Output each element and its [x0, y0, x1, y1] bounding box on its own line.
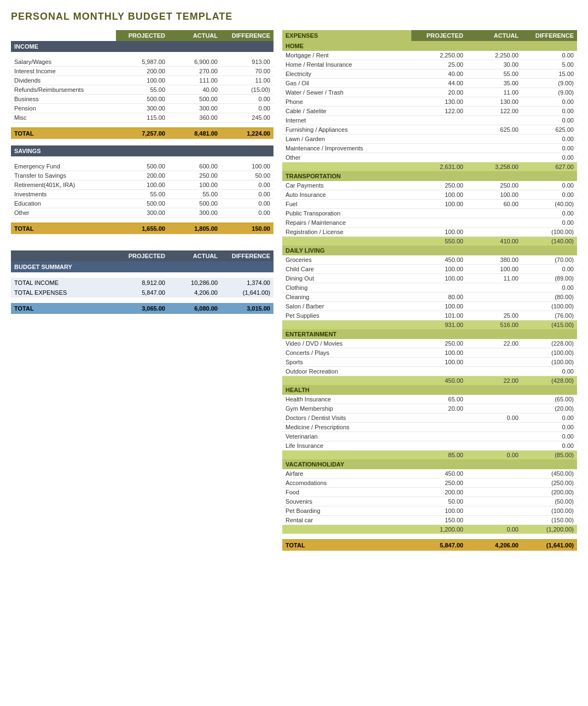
expenses-table: EXPENSES PROJECTED ACTUAL DIFFERENCE HOM…: [282, 30, 577, 551]
summary-difference-header: DIFFERENCE: [221, 250, 273, 261]
expenses-projected-header: PROJECTED: [411, 30, 467, 41]
ent-row-concerts: Concerts / Plays100.00(100.00): [282, 348, 577, 358]
home-row-internet: Internet0.00: [282, 116, 577, 125]
summary-projected-header: PROJECTED: [116, 250, 168, 261]
daily-row-clothing: Clothing0.00: [282, 283, 577, 293]
savings-row-emergency: Emergency Fund 500.00 600.00 100.00: [11, 162, 273, 171]
savings-table: SAVINGS Emergency Fund 500.00 600.00 100…: [11, 145, 273, 234]
home-row-gas: Gas / Oil44.0035.00(9.00): [282, 79, 577, 88]
savings-row-education: Education 500.00 500.00 0.00: [11, 199, 273, 208]
vac-row-airfare: Airfare450.00(450.00): [282, 469, 577, 479]
summary-total-expenses-row: TOTAL EXPENSES 5,847.00 4,206.00 (1,641.…: [11, 288, 273, 297]
savings-row-other: Other 300.00 300.00 0.00: [11, 208, 273, 218]
vacation-subtotal-row: 1,200.000.00(1,200.00): [282, 525, 577, 534]
daily-living-subtotal-row: 931.00516.00(415.00): [282, 320, 577, 330]
ent-row-video: Video / DVD / Movies250.0022.00(228.00): [282, 339, 577, 348]
daily-row-salon: Salon / Barber100.00(100.00): [282, 302, 577, 311]
home-row-other: Other0.00: [282, 153, 577, 162]
income-section-label: INCOME: [11, 41, 273, 52]
vac-row-souvenirs: Souvenirs50.00(50.00): [282, 497, 577, 506]
health-row-life-ins: Life Insurance0.00: [282, 441, 577, 451]
income-table: PROJECTED ACTUAL DIFFERENCE INCOME Salar…: [11, 30, 273, 139]
expenses-actual-header: ACTUAL: [467, 30, 522, 41]
vac-row-rental-car: Rental car150.00(150.00): [282, 516, 577, 525]
income-row-refunds: Refunds/Reimbursements 55.00 40.00 (15.0…: [11, 85, 273, 95]
health-subtotal-row: 85.000.00(85.00): [282, 451, 577, 460]
entertainment-subtotal-row: 450.0022.00(428.00): [282, 376, 577, 386]
income-row-interest: Interest Income 200.00 270.00 70.00: [11, 67, 273, 76]
daily-row-pet-supplies: Pet Supplies101.0025.00(76.00): [282, 311, 577, 320]
transport-row-car: Car Payments250.00250.000.00: [282, 181, 577, 190]
home-row-electricity: Electricity40.0055.0015.00: [282, 69, 577, 79]
income-empty-header: [11, 30, 116, 41]
ent-row-sports: Sports100.00(100.00): [282, 358, 577, 367]
income-actual-header: ACTUAL: [168, 30, 221, 41]
savings-row-investments: Investments 55.00 55.00 0.00: [11, 190, 273, 199]
transport-row-registration: Registration / License100.00(100.00): [282, 227, 577, 237]
summary-total-income-row: TOTAL INCOME 8,912.00 10,286.00 1,374.00: [11, 278, 273, 288]
transport-row-fuel: Fuel100.0060.00(40.00): [282, 200, 577, 209]
home-subtotal-row: 2,631.003,258.00627.00: [282, 162, 577, 172]
daily-row-cleaning: Cleaning80.00(80.00): [282, 293, 577, 302]
transportation-section-label: TRANSPORTATION: [282, 171, 577, 181]
health-row-insurance: Health Insurance65.00(65.00): [282, 395, 577, 404]
savings-total-row: TOTAL 1,655.00 1,805.00 150.00: [11, 223, 273, 235]
ent-row-outdoor: Outdoor Recreation0.00: [282, 367, 577, 376]
daily-row-childcare: Child Care100.00100.000.00: [282, 265, 577, 274]
home-row-furnishing: Furnishing / Appliances625.00625.00: [282, 125, 577, 135]
vac-row-accomodations: Accomodations250.00(250.00): [282, 479, 577, 488]
vac-row-food: Food200.00(200.00): [282, 488, 577, 497]
home-row-cable: Cable / Satelite122.00122.000.00: [282, 107, 577, 116]
daily-living-section-label: DAILY LIVING: [282, 246, 577, 255]
health-row-doctors: Doctors / Dentist Visits0.000.00: [282, 413, 577, 423]
page-title: PERSONAL MONTHLY BUDGET TEMPLATE: [11, 11, 577, 22]
home-row-insurance: Home / Rental Insurance25.0030.005.00: [282, 60, 577, 69]
entertainment-section-label: ENTERTAINMENT: [282, 329, 577, 339]
budget-summary-label: BUDGET SUMMARY: [11, 261, 273, 272]
expenses-total-row: TOTAL 5,847.00 4,206.00 (1,641.00): [282, 539, 577, 551]
home-section-label: HOME: [282, 41, 577, 51]
savings-row-retirement: Retirement(401K, IRA) 100.00 100.00 0.00: [11, 180, 273, 190]
daily-row-groceries: Groceries450.00380.00(70.00): [282, 255, 577, 265]
income-row-dividends: Dividends 100.00 111.00 11.00: [11, 76, 273, 85]
home-row-water: Water / Sewer / Trash20.0011.00(9.00): [282, 88, 577, 97]
summary-actual-header: ACTUAL: [168, 250, 221, 261]
right-panel: EXPENSES PROJECTED ACTUAL DIFFERENCE HOM…: [282, 30, 577, 551]
daily-row-dining: Dining Out100.0011.00(89.00): [282, 274, 577, 283]
income-row-pension: Pension 300.00 300.00 0.00: [11, 104, 273, 113]
summary-final-total-row: TOTAL 3,065.00 6,080.00 3,015.00: [11, 303, 273, 314]
vac-row-pet-boarding: Pet Boarding100.00(100.00): [282, 506, 577, 516]
income-row-business: Business 500.00 500.00 0.00: [11, 95, 273, 104]
home-row-maintenance: Maintenance / Improvements0.00: [282, 144, 577, 153]
budget-summary-section: PROJECTED ACTUAL DIFFERENCE BUDGET SUMMA…: [11, 250, 273, 314]
health-section-label: HEALTH: [282, 385, 577, 395]
summary-empty-header: [11, 250, 116, 261]
health-row-medicine: Medicine / Prescriptions0.00: [282, 423, 577, 432]
transport-row-repairs: Repairs / Maintenance0.00: [282, 218, 577, 227]
savings-section-label: SAVINGS: [11, 145, 273, 156]
transport-row-public: Public Transporation0.00: [282, 209, 577, 218]
transport-row-auto-ins: Auto Insurance100.00100.000.00: [282, 190, 577, 200]
home-row-mortgage: Mortgage / Rent2,250.002,250.000.00: [282, 51, 577, 60]
home-row-lawn: Lawn / Garden0.00: [282, 135, 577, 144]
health-row-gym: Gym Membership20.00(20.00): [282, 404, 577, 413]
transportation-subtotal-row: 550.00410.00(140.00): [282, 237, 577, 246]
income-total-row: TOTAL 7,257.00 8,481.00 1,224.00: [11, 128, 273, 139]
savings-row-transfer: Transfer to Savings 200.00 250.00 50.00: [11, 171, 273, 180]
income-projected-header: PROJECTED: [116, 30, 168, 41]
vacation-section-label: VACATION/HOLIDAY: [282, 459, 577, 469]
income-row-misc: Misc 115.00 360.00 245.00: [11, 113, 273, 122]
income-row-salary: Salary/Wages 5,987.00 6,900.00 913.00: [11, 57, 273, 67]
income-difference-header: DIFFERENCE: [221, 30, 273, 41]
left-panel: PROJECTED ACTUAL DIFFERENCE INCOME Salar…: [11, 30, 273, 314]
budget-summary-table: PROJECTED ACTUAL DIFFERENCE BUDGET SUMMA…: [11, 250, 273, 314]
home-row-phone: Phone130.00130.000.00: [282, 97, 577, 107]
health-row-vet: Veterinarian0.00: [282, 432, 577, 441]
expenses-difference-header: DIFFERENCE: [522, 30, 577, 41]
expenses-header-label: EXPENSES: [282, 30, 411, 41]
